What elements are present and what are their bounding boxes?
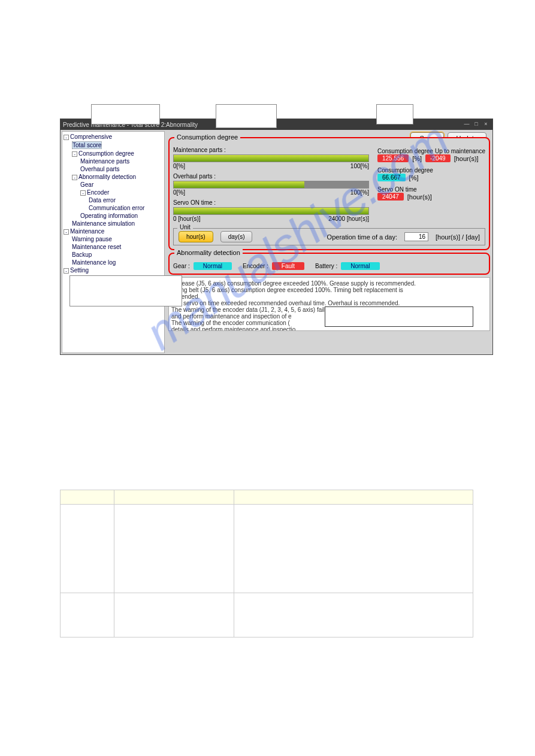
overhaul-parts-bar: Overhaul parts : 0[%]100[%] [173, 173, 369, 196]
tree-toggle-icon[interactable]: - [64, 268, 69, 274]
tree-item[interactable]: Overhaul parts [80, 166, 120, 172]
battery-status: Normal [341, 262, 379, 270]
message-log[interactable]: e grease (J5, 6 axis) consumption degree… [168, 277, 490, 331]
close-icon[interactable]: × [482, 121, 490, 128]
maximize-icon[interactable]: □ [472, 121, 480, 128]
tree-toggle-icon[interactable]: - [72, 175, 77, 180]
description-table [60, 490, 473, 637]
tree-item[interactable]: Maintenance simulation [72, 220, 135, 227]
gear-status: Normal [194, 262, 232, 270]
tree-item[interactable]: Data error [89, 197, 116, 204]
navigation-tree[interactable]: -Comprehensive Total score -Consumption … [62, 131, 165, 353]
tree-item[interactable]: Encoder [87, 189, 109, 196]
tree-toggle-icon[interactable]: - [64, 229, 69, 235]
window-controls: — □ × [463, 121, 490, 128]
days-button[interactable]: day(s) [220, 231, 253, 242]
tree-item[interactable]: Setting [70, 267, 89, 274]
tree-item[interactable]: Maintenance log [72, 259, 116, 266]
consumption-section: Consumption degree Maintenance parts : 0… [168, 137, 490, 250]
up-to-maintenance-value: -2049 [425, 154, 451, 162]
tree-item[interactable]: Communication error [89, 205, 144, 211]
hours-button[interactable]: hour(s) [179, 231, 213, 242]
callout-4 [69, 275, 182, 306]
tree-toggle-icon[interactable]: - [64, 135, 69, 140]
encoder-status: Fault [272, 262, 304, 270]
tree-item-selected[interactable]: Total score [72, 141, 102, 149]
tree-item[interactable]: Maintenance [70, 228, 104, 235]
abnormality-section: Abnormality detection Gear : Normal Enco… [168, 253, 490, 275]
callout-3 [376, 104, 413, 125]
content-panel: Save Update Consumption degree Maintenan… [166, 130, 492, 354]
servo-on-time-bar: Servo ON time : 0 [hour(s)]24000 [hour(s… [173, 199, 369, 222]
tree-item[interactable]: Abnormality detection [78, 174, 136, 180]
tree-toggle-icon[interactable]: - [80, 190, 86, 196]
maintenance-parts-bar: Maintenance parts : 0[%]100[%] [173, 147, 369, 169]
section-title: Consumption degree [174, 133, 240, 141]
minimize-icon[interactable]: — [463, 121, 471, 128]
tree-item[interactable]: Backup [72, 251, 92, 258]
unit-selector: Unit hour(s) day(s) Operation time of a … [173, 228, 485, 245]
app-window: Predictive maintenance - Total score 2:A… [60, 119, 493, 355]
tree-item[interactable]: Operating information [80, 212, 138, 219]
tree-item[interactable]: Comprehensive [70, 133, 112, 140]
tree-item[interactable]: Gear [80, 181, 93, 188]
overhaul-degree-value: 66.667 [377, 174, 406, 181]
servo-on-value: 24047 [377, 193, 404, 201]
tree-item[interactable]: Consumption degree [78, 150, 134, 157]
metrics-column: Consumption degree Up to maintenance 125… [377, 147, 485, 226]
consumption-degree-value: 125.556 [377, 154, 409, 162]
tree-toggle-icon[interactable]: - [72, 151, 77, 157]
callout-1 [91, 104, 160, 125]
message-overlay-callout [325, 306, 473, 327]
callout-2 [216, 104, 277, 128]
tree-item[interactable]: Warning pause [72, 236, 112, 242]
tree-item[interactable]: Maintenance parts [80, 158, 129, 165]
operation-time-input[interactable] [404, 232, 428, 241]
tree-item[interactable]: Maintenance reset [72, 244, 121, 250]
section-title: Abnormality detection [174, 249, 243, 256]
